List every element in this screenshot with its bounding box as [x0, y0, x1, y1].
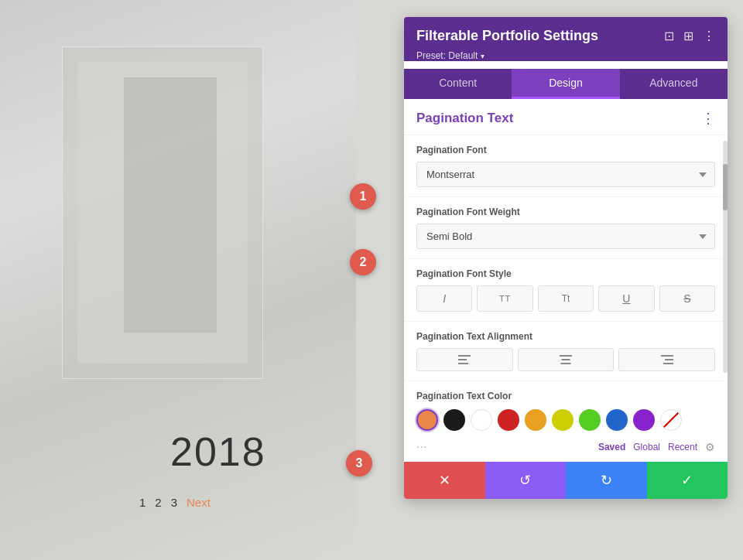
- preset-label[interactable]: Preset: Default: [416, 50, 478, 61]
- color-setting: Pagination Text Color: [404, 381, 728, 437]
- color-tab-saved[interactable]: Saved: [598, 442, 625, 452]
- section-title: Pagination Text: [416, 111, 513, 126]
- svg-rect-6: [661, 355, 673, 357]
- svg-rect-8: [663, 363, 673, 364]
- font-weight-label: Pagination Font Weight: [416, 207, 715, 217]
- step-badge-1: 1: [350, 183, 376, 210]
- tab-design[interactable]: Design: [512, 69, 619, 99]
- scrollbar-thumb[interactable]: [723, 164, 728, 210]
- columns-icon[interactable]: ⊞: [683, 29, 693, 43]
- svg-rect-3: [560, 355, 572, 357]
- pagination-bar: 1 2 3 Next: [139, 496, 211, 509]
- preset-chevron-icon: ▾: [481, 52, 484, 60]
- svg-rect-2: [458, 363, 468, 364]
- color-swatch-transparent[interactable]: [660, 409, 682, 431]
- color-swatch-red[interactable]: [498, 409, 519, 431]
- strikethrough-button[interactable]: S: [659, 285, 715, 312]
- color-swatches: [416, 409, 715, 431]
- more-options-icon[interactable]: ⋮: [703, 29, 715, 43]
- allcaps-button[interactable]: TT: [477, 285, 532, 312]
- font-weight-setting: Pagination Font Weight Thin Light Regula…: [404, 197, 728, 259]
- color-tab-recent[interactable]: Recent: [668, 442, 697, 452]
- font-style-label: Pagination Font Style: [416, 268, 715, 279]
- color-swatch-blue[interactable]: [606, 409, 628, 431]
- step-badge-2: 2: [350, 249, 376, 275]
- color-swatch-purple[interactable]: [633, 409, 655, 431]
- pagination-item-1[interactable]: 1: [139, 496, 146, 509]
- smallcaps-button[interactable]: Tt: [538, 285, 594, 312]
- alignment-buttons: [416, 348, 715, 371]
- color-swatch-orange[interactable]: [416, 409, 438, 431]
- section-header: Pagination Text ⋮: [404, 99, 728, 135]
- svg-rect-7: [665, 359, 673, 360]
- responsive-icon[interactable]: ⊡: [664, 29, 674, 43]
- save-button[interactable]: ✓: [647, 462, 728, 499]
- align-right-button[interactable]: [618, 348, 715, 371]
- scrollbar[interactable]: [723, 141, 728, 373]
- font-weight-select[interactable]: Thin Light Regular Semi Bold Bold Extra …: [416, 224, 715, 249]
- panel-body: Pagination Text ⋮ Pagination Font Montse…: [404, 99, 728, 462]
- svg-rect-1: [458, 359, 467, 360]
- section-menu-icon[interactable]: ⋮: [701, 110, 715, 127]
- color-swatch-black[interactable]: [443, 409, 465, 431]
- color-tabs-row: ··· Saved Global Recent ⚙: [404, 437, 728, 462]
- panel-header-icons: ⊡ ⊞ ⋮: [664, 29, 715, 43]
- alignment-label: Pagination Text Alignment: [416, 331, 715, 342]
- redo-button[interactable]: ↻: [566, 462, 647, 499]
- tab-content[interactable]: Content: [404, 69, 512, 99]
- align-center-button[interactable]: [518, 348, 615, 371]
- font-label: Pagination Font: [416, 145, 715, 155]
- italic-button[interactable]: I: [416, 285, 472, 312]
- color-swatch-green[interactable]: [579, 409, 601, 431]
- font-style-setting: Pagination Font Style I TT Tt U S: [404, 259, 728, 322]
- cancel-button[interactable]: ✕: [404, 462, 485, 499]
- pagination-item-3[interactable]: 3: [171, 496, 177, 509]
- color-more-dots[interactable]: ···: [416, 440, 426, 454]
- font-select[interactable]: Montserrat Open Sans Roboto Lato: [416, 162, 715, 187]
- alignment-setting: Pagination Text Alignment: [404, 322, 728, 381]
- tab-advanced[interactable]: Advanced: [620, 69, 728, 99]
- color-label: Pagination Text Color: [416, 391, 715, 401]
- svg-rect-4: [562, 359, 570, 360]
- action-bar: ✕ ↺ ↻ ✓: [404, 462, 728, 499]
- align-left-button[interactable]: [416, 348, 513, 371]
- font-setting: Pagination Font Montserrat Open Sans Rob…: [404, 135, 728, 197]
- year-display: 2018: [170, 429, 266, 475]
- background-image: [0, 0, 356, 560]
- underline-button[interactable]: U: [598, 285, 654, 312]
- background: 2018 1 2 3 Next 1 2 3 Filterable Portfol…: [0, 0, 743, 560]
- panel-title: Filterable Portfolio Settings: [416, 28, 598, 44]
- color-swatch-white[interactable]: [471, 409, 492, 431]
- color-swatch-amber[interactable]: [525, 409, 546, 431]
- svg-rect-5: [561, 363, 571, 364]
- pagination-next[interactable]: Next: [187, 496, 211, 509]
- preset-row: Preset: Default ▾: [416, 50, 715, 61]
- panel-title-row: Filterable Portfolio Settings ⊡ ⊞ ⋮: [416, 28, 715, 44]
- reset-button[interactable]: ↺: [485, 462, 567, 499]
- style-buttons: I TT Tt U S: [416, 285, 715, 312]
- panel-header: Filterable Portfolio Settings ⊡ ⊞ ⋮ Pres…: [404, 17, 728, 61]
- svg-rect-0: [458, 355, 471, 357]
- step-badge-3: 3: [346, 450, 372, 476]
- color-settings-icon[interactable]: ⚙: [705, 441, 715, 453]
- pagination-item-2[interactable]: 2: [155, 496, 161, 509]
- color-swatch-yellow[interactable]: [552, 409, 574, 431]
- settings-panel: Filterable Portfolio Settings ⊡ ⊞ ⋮ Pres…: [404, 17, 728, 499]
- color-tab-global[interactable]: Global: [633, 442, 660, 452]
- panel-tabs: Content Design Advanced: [404, 69, 728, 99]
